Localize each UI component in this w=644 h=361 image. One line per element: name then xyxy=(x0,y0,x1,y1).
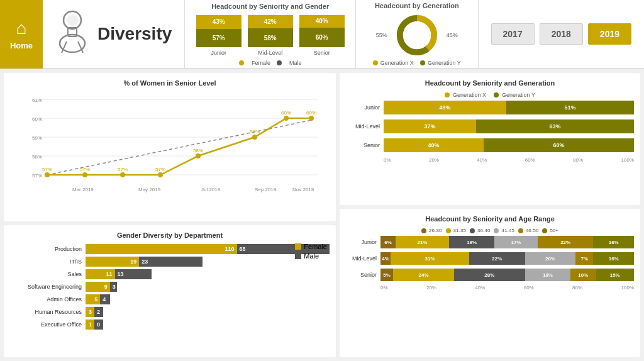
gen-y-legend-dot xyxy=(494,92,499,97)
headcount-generation-panel: Headcount by Generation 55% 45% Generati… xyxy=(356,0,478,68)
svg-text:Mar 2019: Mar 2019 xyxy=(72,187,94,192)
header: ⌂ Home Diversity Headcount by Seniority … xyxy=(0,0,644,69)
dept-name-itis: IT/IS xyxy=(10,258,86,265)
seniority-age-chart: Headcount by Seniority and Age Range 26-… xyxy=(340,209,640,357)
page-title: Diversity xyxy=(97,24,172,44)
junior-46-50: 22% xyxy=(538,236,594,248)
junior-male-bar: 57% xyxy=(196,29,242,48)
svg-point-2 xyxy=(67,14,78,26)
svg-point-25 xyxy=(252,135,257,140)
dept-row-production: Production 110 68 xyxy=(10,244,330,254)
junior-age-label: Junior xyxy=(346,239,380,245)
seniority-gen-chart: Headcount by Seniority and Generation Ge… xyxy=(340,73,640,205)
softeng-male-bar: 3 xyxy=(110,282,118,292)
gen-y-pct: 45% xyxy=(447,32,458,38)
midlevel-bar-group: 42% 58% Mid-Level xyxy=(248,15,293,56)
age-legend: 26-30 31-35 36-40 41-45 46-50 50+ xyxy=(346,228,634,233)
svg-point-21 xyxy=(82,172,87,177)
male-dot xyxy=(277,60,282,65)
dept-name-exec: Executive Office xyxy=(10,321,86,328)
women-senior-title: % of Women in Senior Level xyxy=(10,79,330,87)
senior-age-row: Senior 5% 24% 28% 18% 10% 15% xyxy=(346,269,634,281)
left-column: % of Women in Senior Level 61% 60% 59% 5… xyxy=(0,69,340,361)
svg-text:60%: 60% xyxy=(32,116,42,122)
junior-50plus: 16% xyxy=(593,236,633,248)
dept-row-hr: Human Resources 3 2 xyxy=(10,307,330,317)
midlevel-age-bars: 4% 31% 22% 20% 7% 16% xyxy=(380,252,634,265)
midlevel-age-label: Mid-Level xyxy=(346,255,380,262)
seniority-gen-bars: Junior 49% 51% Mid-Level 37% 63% Senior xyxy=(346,101,634,152)
age-50plus-label: 50+ xyxy=(550,228,558,233)
svg-point-23 xyxy=(158,172,163,177)
gen-x-legend-dot xyxy=(445,92,450,97)
svg-text:61%: 61% xyxy=(32,97,42,103)
midlevel-41-45: 20% xyxy=(525,252,576,265)
year-filter: 2017 2018 2019 xyxy=(479,23,644,45)
svg-text:57%: 57% xyxy=(32,173,42,179)
svg-text:May 2019: May 2019 xyxy=(138,187,161,192)
junior-36-40: 18% xyxy=(449,236,495,248)
age-x-axis: 0% 20% 40% 60% 80% 100% xyxy=(380,285,634,291)
year-2019-button[interactable]: 2019 xyxy=(588,23,631,45)
age-50plus-dot xyxy=(542,228,547,233)
headcount-gender-title: Headcount by Seniority and Gender xyxy=(195,3,345,10)
svg-point-27 xyxy=(309,116,314,121)
hr-female-bar: 3 xyxy=(86,307,94,317)
senior-female-bar: 40% xyxy=(299,15,345,28)
gen-x-pct: 55% xyxy=(376,32,387,38)
svg-text:57%: 57% xyxy=(155,167,165,172)
midlevel-gen-bars: 37% 63% xyxy=(384,119,634,133)
female-legend-box xyxy=(295,243,301,250)
age-36-40-dot xyxy=(470,228,475,233)
svg-text:59%: 59% xyxy=(32,135,42,141)
junior-bar-group: 43% 57% Junior xyxy=(196,15,242,56)
svg-text:60%: 60% xyxy=(281,110,291,116)
junior-31-35: 21% xyxy=(396,236,449,248)
senior-gen-label: Senior xyxy=(346,142,384,148)
year-2017-button[interactable]: 2017 xyxy=(491,23,535,45)
year-2018-button[interactable]: 2018 xyxy=(540,23,583,45)
seniority-gen-legend: Generation X Generation Y xyxy=(346,92,634,98)
junior-label: Junior xyxy=(211,50,226,56)
midlevel-gen-label: Mid-Level xyxy=(346,123,384,130)
midlevel-36-40: 22% xyxy=(469,252,525,265)
dept-row-itis: IT/IS 19 23 xyxy=(10,257,330,267)
itis-male-bar: 23 xyxy=(139,257,203,267)
line-chart-svg: 61% 60% 59% 58% 57% xyxy=(10,92,330,199)
male-legend-label: Male xyxy=(289,60,302,66)
svg-text:57%: 57% xyxy=(80,167,90,172)
svg-text:58%: 58% xyxy=(193,148,203,153)
svg-text:Sep 2019: Sep 2019 xyxy=(255,187,277,192)
junior-female-bar: 43% xyxy=(196,15,242,29)
dept-bars-softeng: 9 3 xyxy=(86,282,330,292)
dept-row-sales: Sales 11 13 xyxy=(10,269,330,279)
svg-text:60%: 60% xyxy=(306,110,316,116)
sales-male-bar: 13 xyxy=(115,269,152,279)
midlevel-male-bar: 58% xyxy=(248,28,293,47)
dept-bars-itis: 19 23 xyxy=(86,257,330,267)
headcount-gen-title: Headcount by Generation xyxy=(366,2,467,9)
female-legend-label: Female xyxy=(252,60,270,66)
seniority-gen-x-axis: 0% 20% 40% 60% 80% 100% xyxy=(384,157,634,163)
junior-gen-x-bar: 49% xyxy=(384,101,506,114)
junior-age-row: Junior 6% 21% 18% 17% 22% 16% xyxy=(346,236,634,248)
senior-gen-x-bar: 40% xyxy=(384,138,484,152)
senior-31-35: 24% xyxy=(393,269,454,281)
junior-gen-bars: 49% 51% xyxy=(384,101,634,114)
dept-legend: Female Male xyxy=(295,243,327,262)
svg-point-24 xyxy=(196,153,201,158)
senior-gen-y-bar: 60% xyxy=(484,138,634,152)
home-button[interactable]: ⌂ Home xyxy=(0,0,43,69)
male-legend-item: Male xyxy=(295,252,327,260)
dept-name-hr: Human Resources xyxy=(10,309,86,315)
dept-bars-hr: 3 2 xyxy=(86,307,330,317)
age-46-50-label: 46-50 xyxy=(526,228,538,233)
dept-name-admin: Admin Offices xyxy=(10,296,86,303)
svg-text:57%: 57% xyxy=(118,167,128,172)
admin-female-bar: 5 xyxy=(86,294,100,304)
senior-gen-row: Senior 40% 60% xyxy=(346,138,634,152)
home-label: Home xyxy=(10,41,33,50)
senior-36-40: 28% xyxy=(454,269,525,281)
svg-point-20 xyxy=(45,172,50,177)
age-31-35-label: 31-35 xyxy=(453,228,466,233)
